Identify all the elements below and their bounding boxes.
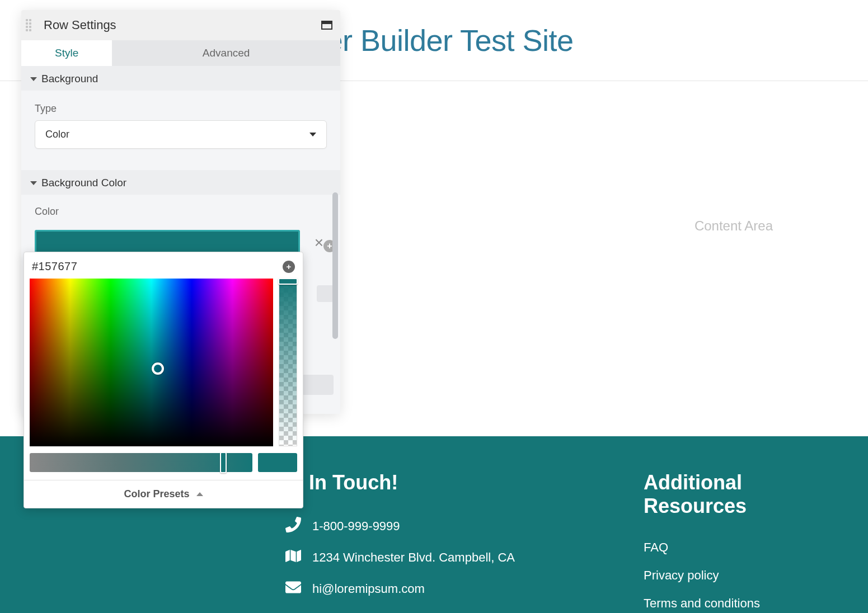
contact-phone: 1-800-999-9999 — [285, 517, 576, 536]
panel-tabs: Style Advanced — [21, 40, 340, 66]
chevron-down-icon — [309, 133, 316, 136]
footer-link-terms[interactable]: Terms and conditions — [644, 596, 812, 611]
hue-slider[interactable] — [30, 453, 252, 472]
color-presets-toggle[interactable]: Color Presets — [24, 480, 303, 508]
footer-col-contact: et In Touch! 1-800-999-9999 1234 Winches… — [285, 475, 576, 613]
chevron-down-icon — [30, 77, 37, 81]
color-picker-popover: #157677 + Color Presets — [24, 252, 303, 508]
field-type-label: Type — [35, 103, 327, 115]
footer-link-privacy[interactable]: Privacy policy — [644, 568, 812, 583]
section-background-label: Background — [41, 73, 98, 85]
save-preset-button[interactable]: + — [283, 261, 295, 273]
chevron-up-icon — [196, 492, 203, 496]
panel-title: Row Settings — [44, 18, 321, 32]
spectrum-handle[interactable] — [152, 362, 164, 375]
color-spectrum[interactable] — [30, 279, 273, 446]
footer-link-faq[interactable]: FAQ — [644, 540, 812, 555]
drag-handle-icon[interactable] — [26, 16, 36, 35]
hex-value[interactable]: #157677 — [32, 260, 77, 273]
envelope-icon — [285, 579, 301, 598]
tab-advanced[interactable]: Advanced — [112, 40, 340, 66]
color-presets-label: Color Presets — [124, 488, 189, 500]
chevron-down-icon — [30, 181, 37, 185]
content-area-placeholder: Content Area — [695, 218, 773, 234]
row-settings-panel: Row Settings Style Advanced Background T… — [21, 10, 340, 414]
type-select-value: Color — [45, 129, 69, 140]
phone-icon — [285, 517, 301, 536]
alpha-thumb[interactable] — [278, 278, 298, 285]
current-color-swatch — [258, 453, 297, 472]
hue-thumb[interactable] — [220, 452, 227, 473]
panel-header[interactable]: Row Settings — [21, 10, 340, 40]
tab-style[interactable]: Style — [21, 40, 112, 66]
field-color-label: Color — [35, 206, 327, 218]
get-in-touch-heading: et In Touch! — [285, 471, 576, 494]
map-icon — [285, 548, 301, 567]
section-background-header[interactable]: Background — [21, 66, 340, 91]
type-select[interactable]: Color — [35, 120, 327, 149]
expand-icon[interactable] — [321, 21, 332, 30]
footer-col-resources: Additional Resources FAQ Privacy policy … — [644, 475, 812, 613]
contact-phone-value: 1-800-999-9999 — [312, 519, 400, 534]
scrollbar-thumb[interactable] — [332, 192, 338, 339]
contact-address-value: 1234 Winchester Blvd. Campbell, CA — [312, 550, 515, 565]
field-type: Type Color — [21, 98, 340, 152]
resources-heading: Additional Resources — [644, 471, 812, 518]
alpha-slider[interactable] — [279, 279, 297, 446]
contact-email-value: hi@loremipsum.com — [312, 582, 425, 596]
section-bgcolor-label: Background Color — [41, 177, 126, 189]
contact-email: hi@loremipsum.com — [285, 579, 576, 598]
section-bgcolor-header[interactable]: Background Color — [21, 170, 340, 195]
contact-address: 1234 Winchester Blvd. Campbell, CA — [285, 548, 576, 567]
